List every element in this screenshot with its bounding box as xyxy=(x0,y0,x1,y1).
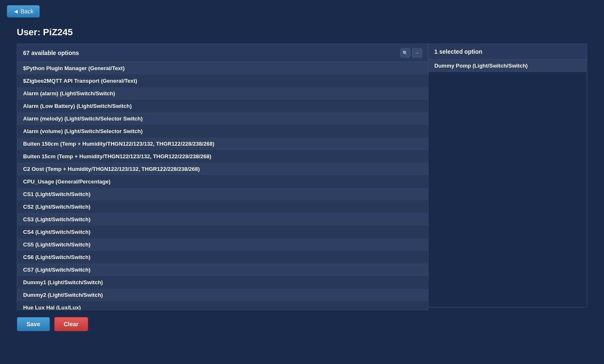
list-item[interactable]: CS2 (Light/Switch/Switch) xyxy=(17,201,428,213)
list-item[interactable]: CS6 (Light/Switch/Switch) xyxy=(17,251,428,264)
list-item[interactable]: Alarm (alarm) (Light/Switch/Switch) xyxy=(17,87,428,100)
list-item[interactable]: Buiten 15cm (Temp + Humidity/THGN122/123… xyxy=(17,150,428,163)
left-panel: 67 available options 🔍 → $Python Plugin … xyxy=(17,44,428,310)
available-options-label: 67 available options xyxy=(23,50,79,56)
list-item[interactable]: Dummy2 (Light/Switch/Switch) xyxy=(17,289,428,301)
clear-button[interactable]: Clear xyxy=(54,317,88,331)
right-panel: 1 selected option Dummy Pomp (Light/Swit… xyxy=(428,44,587,310)
list-item[interactable]: CS5 (Light/Switch/Switch) xyxy=(17,238,428,251)
list-item[interactable]: Dummy1 (Light/Switch/Switch) xyxy=(17,276,428,289)
list-item[interactable]: Buiten 150cm (Temp + Humidity/THGN122/12… xyxy=(17,138,428,150)
available-options-scroll[interactable]: $Python Plugin Manager (General/Text)$Zi… xyxy=(17,62,428,310)
list-item[interactable]: Alarm (melody) (Light/Switch/Selector Sw… xyxy=(17,113,428,125)
available-options-list-container: $Python Plugin Manager (General/Text)$Zi… xyxy=(17,62,428,310)
list-item[interactable]: CPU_Usage (General/Percentage) xyxy=(17,175,428,188)
list-item[interactable]: C2 Oost (Temp + Humidity/THGN122/123/132… xyxy=(17,163,428,175)
list-item[interactable]: $Zigbee2MQTT API Transport (General/Text… xyxy=(17,75,428,87)
list-item[interactable]: Alarm (volume) (Light/Switch/Selector Sw… xyxy=(17,125,428,138)
top-bar: ◄ Back xyxy=(0,0,604,23)
list-item[interactable]: Hue Lux Hal (Lux/Lux) xyxy=(17,301,428,310)
right-panel-header: 1 selected option xyxy=(428,44,587,60)
selected-options-list[interactable]: Dummy Pomp (Light/Switch/Switch) xyxy=(428,60,587,307)
back-button[interactable]: ◄ Back xyxy=(7,5,40,18)
selected-options-label: 1 selected option xyxy=(434,48,482,55)
list-item[interactable]: CS7 (Light/Switch/Switch) xyxy=(17,264,428,276)
list-item[interactable]: CS4 (Light/Switch/Switch) xyxy=(17,226,428,238)
search-icon-button[interactable]: 🔍 xyxy=(400,48,410,58)
header-icons: 🔍 → xyxy=(400,48,422,58)
save-button[interactable]: Save xyxy=(17,317,50,331)
list-item[interactable]: Alarm (Low Battery) (Light/Switch/Switch… xyxy=(17,100,428,113)
move-icon-button[interactable]: → xyxy=(412,48,422,58)
bottom-actions: Save Clear xyxy=(0,310,604,338)
list-item[interactable]: CS1 (Light/Switch/Switch) xyxy=(17,188,428,201)
left-panel-header: 67 available options 🔍 → xyxy=(17,44,428,62)
list-item[interactable]: $Python Plugin Manager (General/Text) xyxy=(17,62,428,75)
list-item[interactable]: CS3 (Light/Switch/Switch) xyxy=(17,213,428,226)
page-title: User: PiZ245 xyxy=(0,23,604,44)
main-content: 67 available options 🔍 → $Python Plugin … xyxy=(0,44,604,310)
selected-list-item[interactable]: Dummy Pomp (Light/Switch/Switch) xyxy=(428,60,587,72)
